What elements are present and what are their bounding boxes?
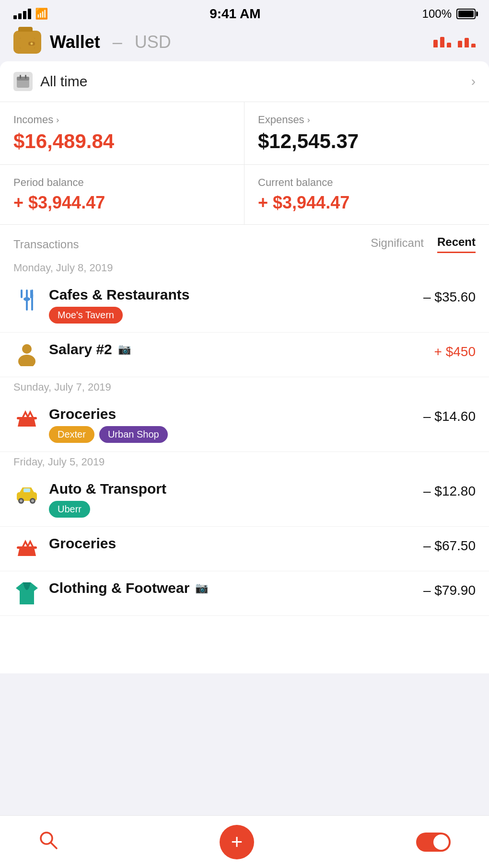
status-bar: 📶 9:41 AM 100% — [0, 0, 489, 26]
transaction-row[interactable]: Groceries – $67.50 — [0, 527, 489, 571]
svg-rect-8 — [21, 289, 23, 298]
header-left: Wallet – USD — [13, 31, 171, 54]
svg-point-13 — [22, 344, 32, 354]
tab-recent[interactable]: Recent — [437, 235, 476, 253]
svg-point-3 — [31, 43, 33, 45]
expenses-arrow: › — [307, 115, 310, 125]
all-time-row[interactable]: All time › — [0, 61, 489, 102]
chart-bar-5 — [465, 38, 469, 47]
clothing-icon — [13, 580, 40, 607]
car-icon — [13, 481, 40, 508]
header: Wallet – USD — [0, 26, 489, 61]
svg-point-20 — [31, 499, 34, 502]
transaction-row[interactable]: Salary #2 📷 + $450 — [0, 333, 489, 377]
svg-point-14 — [18, 355, 35, 366]
utensils-icon — [13, 287, 40, 313]
search-button[interactable] — [38, 830, 58, 854]
svg-rect-6 — [20, 75, 21, 79]
add-button[interactable]: + — [220, 825, 254, 859]
svg-rect-15 — [17, 417, 37, 419]
main-content: All time › Incomes › $16,489.84 Expenses… — [0, 61, 489, 673]
transaction-name: Auto & Transport — [49, 481, 415, 497]
chart-bar-6 — [471, 44, 476, 47]
date-separator-1: Monday, July 8, 2019 — [0, 258, 489, 278]
transaction-row[interactable]: Clothing & Footwear 📷 – $79.90 — [0, 571, 489, 616]
svg-rect-5 — [17, 77, 29, 81]
transaction-info: Cafes & Restaurants Moe's Tavern — [49, 287, 415, 324]
toggle-button[interactable] — [416, 833, 451, 852]
current-balance-value: + $3,944.47 — [258, 193, 476, 213]
current-balance-label: Current balance — [258, 176, 476, 189]
tab-significant[interactable]: Significant — [371, 236, 424, 253]
svg-rect-9 — [26, 289, 28, 298]
expenses-label: Expenses › — [258, 114, 476, 126]
toggle-knob — [433, 834, 449, 850]
basket-icon-2 — [13, 535, 40, 562]
transaction-amount-positive: + $450 — [434, 341, 476, 359]
bottom-nav: + — [0, 815, 489, 868]
transaction-info: Clothing & Footwear 📷 — [49, 580, 415, 600]
incomes-cell[interactable]: Incomes › $16,489.84 — [0, 102, 244, 164]
person-icon — [13, 341, 40, 368]
basket-icon — [13, 406, 40, 433]
svg-point-19 — [20, 499, 23, 502]
svg-rect-21 — [23, 488, 30, 492]
tag-dexter[interactable]: Dexter — [49, 426, 94, 443]
transaction-amount: – $67.50 — [423, 535, 476, 554]
transaction-row[interactable]: Groceries Dexter Urban Shop – $14.60 — [0, 397, 489, 452]
expenses-cell[interactable]: Expenses › $12,545.37 — [244, 102, 489, 164]
battery-percentage: 100% — [422, 7, 452, 21]
chart-button[interactable] — [433, 37, 476, 47]
header-dash: – — [113, 32, 122, 52]
tag-urban-shop[interactable]: Urban Shop — [99, 426, 168, 443]
signal-icon — [13, 9, 31, 19]
header-currency: USD — [135, 32, 171, 52]
stats-grid: Incomes › $16,489.84 Expenses › $12,545.… — [0, 102, 489, 225]
transaction-amount: – $79.90 — [423, 580, 476, 598]
transaction-amount: – $14.60 — [423, 406, 476, 424]
incomes-value: $16,489.84 — [13, 130, 231, 153]
transaction-tags: Moe's Tavern — [49, 307, 415, 324]
battery-icon — [456, 9, 476, 19]
transaction-info: Auto & Transport Uberr — [49, 481, 415, 518]
expenses-value: $12,545.37 — [258, 130, 476, 153]
calendar-icon — [13, 72, 33, 91]
transactions-label: Transactions — [13, 238, 79, 251]
tag-uberr[interactable]: Uberr — [49, 501, 90, 518]
tag-moes-tavern[interactable]: Moe's Tavern — [49, 307, 123, 324]
transactions-header: Transactions Significant Recent — [0, 225, 489, 258]
period-balance-value: + $3,944.47 — [13, 193, 231, 213]
transaction-row[interactable]: Cafes & Restaurants Moe's Tavern – $35.6… — [0, 278, 489, 333]
transaction-name: Cafes & Restaurants — [49, 287, 415, 303]
status-left: 📶 — [13, 8, 48, 20]
chart-bar-2 — [440, 37, 444, 47]
svg-rect-22 — [17, 546, 37, 549]
date-separator-3: Friday, July 5, 2019 — [0, 452, 489, 472]
wallet-icon — [13, 31, 41, 54]
date-separator-2: Sunday, July 7, 2019 — [0, 377, 489, 397]
tab-group: Significant Recent — [371, 235, 476, 253]
transaction-row[interactable]: Auto & Transport Uberr – $12.80 — [0, 472, 489, 527]
wifi-icon: 📶 — [35, 8, 48, 20]
transaction-info: Salary #2 📷 — [49, 341, 426, 361]
chart-bar-1 — [433, 40, 438, 47]
camera-icon: 📷 — [118, 343, 131, 356]
chart-bar-4 — [458, 41, 462, 47]
chevron-right-icon: › — [471, 74, 476, 89]
transaction-name: Groceries — [49, 406, 415, 422]
camera-icon-2: 📷 — [195, 582, 208, 594]
period-balance-cell: Period balance + $3,944.47 — [0, 164, 244, 224]
transaction-name: Salary #2 📷 — [49, 341, 426, 358]
status-time: 9:41 AM — [210, 6, 260, 22]
all-time-left: All time — [13, 72, 87, 91]
transaction-tags: Uberr — [49, 501, 415, 518]
incomes-arrow: › — [56, 115, 59, 125]
status-right: 100% — [422, 7, 476, 21]
transaction-tags: Dexter Urban Shop — [49, 426, 415, 443]
transaction-amount: – $12.80 — [423, 481, 476, 499]
all-time-label: All time — [40, 73, 87, 90]
app-title: Wallet — [50, 32, 100, 52]
transaction-name: Clothing & Footwear 📷 — [49, 580, 415, 596]
current-balance-cell: Current balance + $3,944.47 — [244, 164, 489, 224]
transaction-amount: – $35.60 — [423, 287, 476, 305]
